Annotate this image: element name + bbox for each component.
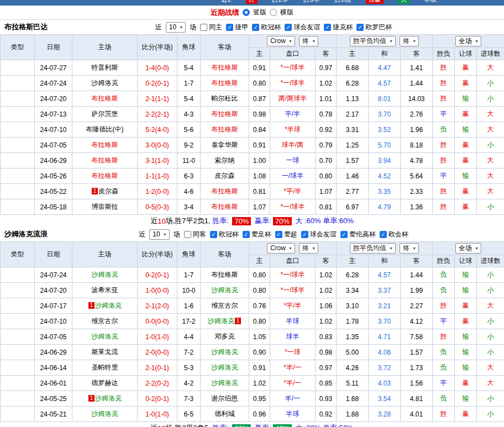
match-date: 24-06-29 (35, 345, 72, 360)
col-home: 主场 (72, 242, 138, 267)
filter-item[interactable]: 欧罗巴杯 (356, 23, 392, 32)
checkbox-icon[interactable] (324, 24, 331, 31)
filter-label[interactable]: 爱超 (284, 230, 297, 239)
odds-source-select[interactable]: Crow (267, 243, 295, 254)
avg-type-select[interactable]: 胜平负均值 (350, 243, 396, 254)
checkbox-icon[interactable] (275, 231, 282, 238)
result-goals: 大 (477, 184, 504, 199)
filter-item[interactable]: 欧冠杯 (210, 230, 239, 239)
col-avg-draw: 和 (369, 255, 401, 267)
avg-final-select[interactable]: 终 (400, 36, 419, 46)
filter-label[interactable]: 欧冠杯 (261, 23, 281, 32)
filter-item[interactable]: 欧会杯 (380, 230, 408, 239)
matches-label: 场 (190, 23, 196, 32)
checkbox-icon[interactable] (210, 231, 217, 238)
col-result: 胜负 (433, 48, 455, 60)
corners: 3-4 (177, 199, 201, 215)
checkbox-icon[interactable] (184, 231, 191, 238)
checkbox-icon[interactable] (356, 24, 364, 31)
layout-horizontal-radio[interactable] (270, 9, 277, 16)
summary-segment: 近 (150, 423, 158, 427)
odds-final-select[interactable]: 终 (299, 243, 318, 254)
score: 2-2(2-1) (138, 107, 177, 122)
scope-select[interactable]: 全场 (455, 36, 481, 46)
checkbox-icon[interactable] (285, 24, 292, 31)
avg-home-odds: 4.26 (337, 360, 369, 376)
avg-away-odds: 1.44 (401, 267, 433, 283)
odds-source-select[interactable]: Crow (267, 36, 295, 46)
filter-item[interactable]: 爱伦高杯 (340, 230, 376, 239)
result-goals: 小 (477, 76, 504, 91)
filter-label[interactable]: 捷甲 (235, 23, 248, 32)
result-goals: 小 (477, 199, 504, 215)
competition-badge: 球会友谊 (1, 122, 35, 138)
match-date: 24-07-05 (35, 329, 72, 345)
checkbox-icon[interactable] (301, 231, 308, 238)
avg-home-odds: 5.00 (337, 345, 369, 360)
layout-vertical-radio[interactable] (243, 9, 250, 16)
handicap-line: *一/球半 (270, 199, 316, 215)
avg-away-odds: 4.01 (401, 407, 433, 422)
competition-badge: 爱超 (1, 329, 35, 345)
home-team: 沙姆洛克 (72, 329, 138, 345)
avg-home-odds: 3.31 (337, 122, 369, 138)
avg-home-odds: 6.28 (337, 267, 369, 283)
filter-item[interactable]: 球会友谊 (301, 230, 337, 239)
summary-sparta: 近10场,胜7平2负1, 胜率: 70% 赢率:70% 大 :60% 单率:60… (0, 215, 504, 227)
filter-label[interactable]: 爱足杯 (251, 230, 271, 239)
layout-vertical-label[interactable]: 竖版 (253, 8, 266, 17)
avg-away-odds: 1.44 (401, 76, 433, 91)
home-team: 特普利斯 (72, 60, 138, 76)
filter-item[interactable]: 爱足杯 (243, 230, 271, 239)
match-date: 24-06-01 (35, 376, 72, 391)
filter-label[interactable]: 同客 (193, 230, 206, 239)
score: 3-1(1-0) (138, 153, 177, 168)
result-handicap: 输 (455, 360, 477, 376)
avg-draw-odds: 3.28 (369, 407, 401, 422)
team-name: 沙姆洛克流浪 (4, 229, 48, 239)
checkbox-icon[interactable] (252, 24, 259, 31)
result-handicap: 赢 (455, 376, 477, 391)
filter-label[interactable]: 爱伦高杯 (349, 230, 376, 239)
filter-label[interactable]: 捷克杯 (333, 23, 353, 32)
avg-type-select[interactable]: 胜平负均值 (350, 36, 396, 46)
odds-away: 1.02 (316, 314, 337, 329)
filter-item[interactable]: 捷克杯 (324, 23, 353, 32)
checkbox-icon[interactable] (340, 231, 348, 238)
match-count-select[interactable]: 10 (149, 229, 169, 240)
filter-label[interactable]: 欧冠杯 (219, 230, 239, 239)
filter-label[interactable]: 欧会杯 (389, 230, 408, 239)
competition-badge: 捷甲 (1, 199, 35, 215)
filter-item[interactable]: 球会友谊 (285, 23, 320, 32)
odds-final-select[interactable]: 终 (299, 36, 318, 46)
match-date: 24-05-21 (35, 407, 72, 422)
odds-home: 1.08 (249, 168, 270, 184)
match-count-select[interactable]: 10 (166, 22, 186, 33)
filter-item[interactable]: 欧冠杯 (252, 23, 281, 32)
checkbox-icon[interactable] (380, 231, 387, 238)
filter-label[interactable]: 球会友谊 (293, 23, 320, 32)
checkbox-icon[interactable] (243, 231, 250, 238)
handicap-line: 半/一 (270, 391, 316, 407)
scope-select[interactable]: 全场 (455, 243, 481, 254)
table-header: 类型 日期 主场 比分(半场) 角球 客场 Crow 终 胜平负均值 终 全场 (1, 242, 504, 267)
filter-item[interactable]: 同客 (184, 230, 206, 239)
checkbox-icon[interactable] (226, 24, 233, 31)
match-date: 24-07-20 (35, 91, 72, 107)
filter-label[interactable]: 同主 (209, 23, 222, 32)
handicap-line: *一/球半 (270, 283, 316, 298)
near-label: 近 (139, 230, 145, 239)
checkbox-icon[interactable] (200, 24, 207, 31)
avg-group-header: 胜平负均值 终 (337, 35, 433, 48)
corners: 5-4 (177, 60, 201, 76)
filter-label[interactable]: 球会友谊 (310, 230, 337, 239)
result-handicap: 赢 (455, 138, 477, 153)
result-wdl: 平 (433, 107, 455, 122)
filter-item[interactable]: 捷甲 (226, 23, 248, 32)
avg-home-odds: 3.10 (337, 298, 369, 314)
avg-final-select[interactable]: 终 (400, 243, 419, 254)
filter-item[interactable]: 爱超 (275, 230, 297, 239)
filter-item[interactable]: 同主 (200, 23, 222, 32)
filter-label[interactable]: 欧罗巴杯 (365, 23, 392, 32)
layout-horizontal-label[interactable]: 横版 (280, 8, 293, 17)
